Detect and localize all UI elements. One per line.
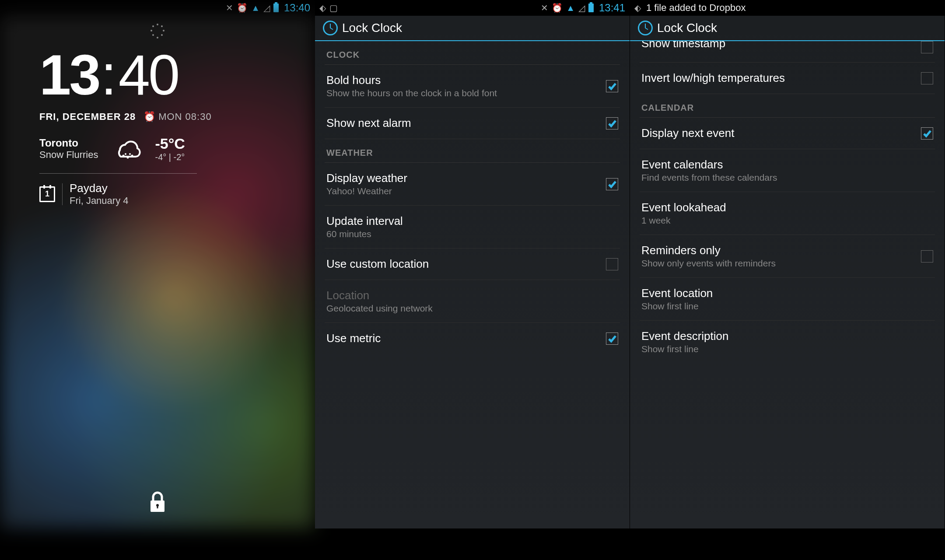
checkbox[interactable] bbox=[606, 80, 618, 92]
pref-event-location[interactable]: Event location Show first line bbox=[640, 278, 935, 321]
app-title: Lock Clock bbox=[657, 21, 717, 35]
pref-title: Event description bbox=[641, 329, 933, 343]
pref-show-next-alarm[interactable]: Show next alarm bbox=[325, 108, 620, 139]
pref-update-interval[interactable]: Update interval 60 minutes bbox=[325, 206, 620, 248]
checkbox[interactable] bbox=[606, 178, 618, 190]
settings-list[interactable]: Show timestamp Invert low/high temperatu… bbox=[630, 41, 945, 528]
checkbox[interactable] bbox=[606, 332, 618, 345]
pref-subtitle: Yahoo! Weather bbox=[326, 186, 598, 196]
clock-colon: : bbox=[101, 46, 117, 103]
pref-title: Invert low/high temperatures bbox=[641, 71, 913, 85]
clock-widget[interactable]: 13 : 40 bbox=[39, 46, 288, 103]
wifi-icon: ▲ bbox=[566, 3, 575, 13]
lock-slide-target[interactable] bbox=[148, 491, 167, 515]
checkbox[interactable] bbox=[606, 117, 618, 130]
phone-lockscreen: ✕ ⏰ ▲ ◿ 13:40 13 : 40 FRI, DECEMBER 28 ⏰… bbox=[0, 0, 315, 560]
pref-reminders-only[interactable]: Reminders only Show only events with rem… bbox=[640, 235, 935, 278]
weather-condition: Snow Flurries bbox=[39, 149, 98, 161]
pref-subtitle: Show the hours on the clock in a bold fo… bbox=[326, 88, 598, 98]
signal-icon: ◿ bbox=[263, 3, 270, 13]
svg-point-4 bbox=[129, 153, 131, 155]
battery-icon bbox=[588, 4, 594, 12]
pref-subtitle: 60 minutes bbox=[326, 229, 618, 239]
weather-widget[interactable]: Toronto Snow Flurries -5°C -4° | -2° bbox=[39, 135, 288, 163]
clock-icon bbox=[323, 21, 338, 35]
pref-display-next-event[interactable]: Display next event bbox=[640, 118, 935, 149]
phone-settings-1: ⬖ ▢ ✕ ⏰ ▲ ◿ 13:41 Lock Clock CLOCK Bold … bbox=[315, 0, 630, 560]
app-bar[interactable]: Lock Clock bbox=[315, 16, 630, 41]
dropbox-icon: ⬖ bbox=[319, 3, 326, 13]
pref-subtitle: Find events from these calendars bbox=[641, 172, 933, 183]
svg-point-0 bbox=[122, 155, 125, 157]
pref-title: Event calendars bbox=[641, 158, 933, 172]
svg-point-1 bbox=[127, 157, 129, 159]
pref-title: Show timestamp bbox=[641, 41, 913, 50]
app-bar[interactable]: Lock Clock bbox=[630, 16, 945, 41]
pref-title: Display next event bbox=[641, 126, 913, 140]
date-text: FRI, DECEMBER 28 bbox=[39, 111, 136, 122]
checkbox[interactable] bbox=[921, 250, 933, 262]
svg-rect-7 bbox=[157, 505, 158, 508]
pref-show-timestamp[interactable]: Show timestamp bbox=[640, 41, 935, 63]
status-bar: ⬖ 1 file added to Dropbox bbox=[630, 0, 945, 16]
section-header-calendar: CALENDAR bbox=[640, 94, 935, 118]
divider bbox=[39, 173, 197, 174]
clock-icon bbox=[638, 21, 653, 35]
pref-subtitle: 1 week bbox=[641, 215, 933, 226]
vibrate-icon: ✕ bbox=[226, 3, 233, 13]
vibrate-icon: ✕ bbox=[541, 3, 548, 13]
lockscreen-widget: 13 : 40 FRI, DECEMBER 28 ⏰ MON 08:30 Tor… bbox=[0, 16, 315, 528]
pref-event-description[interactable]: Event description Show first line bbox=[640, 321, 935, 363]
pref-title: Use metric bbox=[326, 332, 598, 345]
pref-use-metric[interactable]: Use metric bbox=[325, 323, 620, 354]
section-header-weather: WEATHER bbox=[325, 139, 620, 163]
next-alarm: ⏰ MON 08:30 bbox=[144, 111, 212, 122]
event-date: Fri, January 4 bbox=[70, 195, 129, 206]
pref-title: Location bbox=[326, 289, 618, 302]
pref-title: Show next alarm bbox=[326, 116, 598, 130]
pref-subtitle: Geolocated using network bbox=[326, 303, 618, 314]
svg-point-3 bbox=[125, 153, 126, 155]
pref-event-calendars[interactable]: Event calendars Find events from these c… bbox=[640, 149, 935, 192]
clock-minutes: 40 bbox=[119, 46, 178, 103]
checkbox[interactable] bbox=[921, 127, 933, 140]
pref-title: Bold hours bbox=[326, 74, 598, 87]
checkbox[interactable] bbox=[921, 72, 933, 84]
clock-hours: 13 bbox=[39, 46, 99, 103]
dropbox-icon: ⬖ bbox=[634, 3, 641, 13]
calendar-event-widget[interactable]: 1 Payday Fri, January 4 bbox=[39, 182, 288, 206]
section-header-clock: CLOCK bbox=[325, 41, 620, 65]
alarm-icon: ⏰ bbox=[552, 3, 563, 13]
phone-settings-2: ⬖ 1 file added to Dropbox Lock Clock Sho… bbox=[630, 0, 945, 560]
signal-icon: ◿ bbox=[578, 3, 585, 13]
pref-subtitle: Show only events with reminders bbox=[641, 258, 913, 269]
status-time: 13:41 bbox=[599, 2, 625, 14]
weather-hilo: -4° | -2° bbox=[155, 152, 185, 162]
wifi-icon: ▲ bbox=[251, 3, 260, 13]
checkbox[interactable] bbox=[606, 258, 618, 270]
pref-display-weather[interactable]: Display weather Yahoo! Weather bbox=[325, 163, 620, 206]
alarm-clock-icon: ⏰ bbox=[144, 111, 156, 122]
pref-invert-temps[interactable]: Invert low/high temperatures bbox=[640, 63, 935, 94]
status-bar: ✕ ⏰ ▲ ◿ 13:40 bbox=[0, 0, 315, 16]
event-title: Payday bbox=[70, 182, 129, 195]
weather-city: Toronto bbox=[39, 137, 98, 149]
pref-subtitle: Show first line bbox=[641, 301, 933, 312]
divider-vertical bbox=[62, 183, 63, 205]
notification-text: 1 file added to Dropbox bbox=[646, 2, 746, 14]
alarm-time: MON 08:30 bbox=[158, 111, 212, 122]
pref-title: Reminders only bbox=[641, 244, 913, 257]
checkbox[interactable] bbox=[921, 41, 933, 53]
pref-event-lookahead[interactable]: Event lookahead 1 week bbox=[640, 192, 935, 235]
snow-flurries-icon bbox=[111, 135, 142, 163]
pref-title: Event lookahead bbox=[641, 201, 933, 214]
pref-bold-hours[interactable]: Bold hours Show the hours on the clock i… bbox=[325, 65, 620, 108]
pref-subtitle: Show first line bbox=[641, 344, 933, 354]
weather-temp: -5°C bbox=[155, 135, 185, 152]
status-time: 13:40 bbox=[284, 2, 310, 14]
pref-location: Location Geolocated using network bbox=[325, 280, 620, 323]
calendar-icon: 1 bbox=[39, 186, 55, 202]
pref-title: Use custom location bbox=[326, 257, 598, 271]
settings-list[interactable]: CLOCK Bold hours Show the hours on the c… bbox=[315, 41, 630, 528]
pref-custom-location[interactable]: Use custom location bbox=[325, 248, 620, 280]
